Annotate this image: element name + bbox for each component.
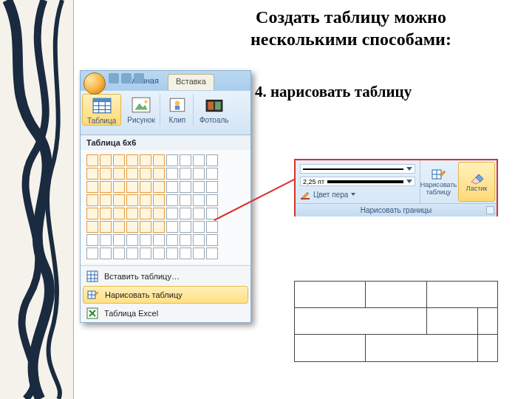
grid-cell[interactable] <box>180 208 191 219</box>
grid-cell[interactable] <box>166 234 178 246</box>
grid-cell[interactable] <box>206 221 218 233</box>
grid-cell[interactable] <box>153 234 165 246</box>
grid-cell[interactable] <box>153 221 165 233</box>
grid-cell[interactable] <box>100 194 112 206</box>
menu-excel-table[interactable]: Таблица Excel <box>81 304 250 322</box>
grid-cell[interactable] <box>180 234 191 246</box>
grid-cell[interactable] <box>113 168 125 180</box>
grid-cell[interactable] <box>113 181 125 193</box>
grid-cell[interactable] <box>140 234 151 246</box>
grid-cell[interactable] <box>140 221 151 233</box>
grid-cell[interactable] <box>140 168 151 180</box>
qat-item[interactable] <box>134 73 144 83</box>
ribbon-btn-table[interactable]: Таблица <box>82 94 121 126</box>
grid-cell[interactable] <box>86 181 98 193</box>
grid-cell[interactable] <box>166 181 178 193</box>
line-weight-selector[interactable]: 2,25 пт <box>300 177 415 186</box>
grid-cell[interactable] <box>193 154 205 166</box>
grid-cell[interactable] <box>113 154 125 166</box>
grid-cell[interactable] <box>126 248 138 259</box>
grid-cell[interactable] <box>100 181 112 193</box>
line-style-selector[interactable] <box>300 164 415 174</box>
grid-cell[interactable] <box>140 194 151 206</box>
grid-cell[interactable] <box>206 181 218 193</box>
grid-cell[interactable] <box>126 221 138 233</box>
grid-cell[interactable] <box>113 221 125 233</box>
grid-cell[interactable] <box>193 234 205 246</box>
grid-cell[interactable] <box>86 194 98 206</box>
svg-rect-7 <box>93 98 111 101</box>
grid-cell[interactable] <box>140 181 151 193</box>
grid-cell[interactable] <box>180 154 191 166</box>
grid-cell[interactable] <box>193 248 205 259</box>
grid-cell[interactable] <box>86 154 98 166</box>
menu-draw-table[interactable]: Нарисовать таблицу <box>83 286 248 304</box>
grid-cell[interactable] <box>113 208 125 219</box>
grid-cell[interactable] <box>100 234 112 246</box>
grid-cell[interactable] <box>180 194 191 206</box>
grid-cell[interactable] <box>166 221 178 233</box>
grid-cell[interactable] <box>113 234 125 246</box>
qat-item[interactable] <box>109 73 119 83</box>
grid-cell[interactable] <box>140 154 151 166</box>
grid-cell[interactable] <box>153 248 165 259</box>
grid-cell[interactable] <box>86 221 98 233</box>
grid-cell[interactable] <box>126 154 138 166</box>
grid-cell[interactable] <box>193 168 205 180</box>
grid-cell[interactable] <box>100 168 112 180</box>
grid-cell[interactable] <box>166 154 178 166</box>
draw-table-button[interactable]: Нарисовать таблицу <box>420 160 457 203</box>
grid-cell[interactable] <box>166 248 178 259</box>
grid-cell[interactable] <box>166 194 178 206</box>
menu-insert-table[interactable]: Вставить таблицу… <box>81 267 250 285</box>
grid-cell[interactable] <box>113 194 125 206</box>
office-button[interactable] <box>83 72 106 95</box>
grid-cell[interactable] <box>153 154 165 166</box>
grid-cell[interactable] <box>86 234 98 246</box>
grid-cell[interactable] <box>100 221 112 233</box>
grid-cell[interactable] <box>153 208 165 219</box>
grid-cell[interactable] <box>206 234 218 246</box>
ribbon-btn-clip[interactable]: Клип <box>162 94 194 126</box>
grid-cell[interactable] <box>193 208 205 219</box>
ribbon-btn-picture[interactable]: Рисунок <box>123 94 160 126</box>
grid-cell[interactable] <box>113 248 125 259</box>
grid-cell[interactable] <box>206 248 218 259</box>
grid-cell[interactable] <box>206 168 218 180</box>
grid-cell[interactable] <box>153 181 165 193</box>
insert-table-grid[interactable] <box>86 154 245 259</box>
ribbon-btn-photo[interactable]: Фотоаль <box>195 94 233 126</box>
grid-cell[interactable] <box>180 248 191 259</box>
quick-access-toolbar[interactable] <box>109 73 144 83</box>
grid-cell[interactable] <box>126 234 138 246</box>
grid-cell[interactable] <box>100 208 112 219</box>
grid-cell[interactable] <box>193 221 205 233</box>
grid-cell[interactable] <box>140 208 151 219</box>
qat-item[interactable] <box>121 73 132 83</box>
grid-cell[interactable] <box>100 248 112 259</box>
grid-cell[interactable] <box>86 208 98 219</box>
grid-cell[interactable] <box>126 208 138 219</box>
grid-cell[interactable] <box>206 154 218 166</box>
tab-insert[interactable]: Вставка <box>168 74 214 90</box>
grid-cell[interactable] <box>153 168 165 180</box>
grid-cell[interactable] <box>206 194 218 206</box>
grid-cell[interactable] <box>153 194 165 206</box>
grid-cell[interactable] <box>140 248 151 259</box>
grid-cell[interactable] <box>180 221 191 233</box>
grid-cell[interactable] <box>126 181 138 193</box>
grid-cell[interactable] <box>180 168 191 180</box>
dialog-launcher-icon[interactable] <box>486 206 494 214</box>
grid-cell[interactable] <box>126 168 138 180</box>
grid-cell[interactable] <box>100 154 112 166</box>
grid-cell[interactable] <box>193 194 205 206</box>
grid-cell[interactable] <box>180 181 191 193</box>
grid-cell[interactable] <box>166 168 178 180</box>
grid-cell[interactable] <box>126 194 138 206</box>
pen-color-selector[interactable]: Цвет пера <box>300 189 415 200</box>
eraser-button[interactable]: Ластик <box>458 162 495 202</box>
grid-cell[interactable] <box>86 168 98 180</box>
grid-cell[interactable] <box>193 181 205 193</box>
grid-cell[interactable] <box>166 208 178 219</box>
grid-cell[interactable] <box>86 248 98 259</box>
